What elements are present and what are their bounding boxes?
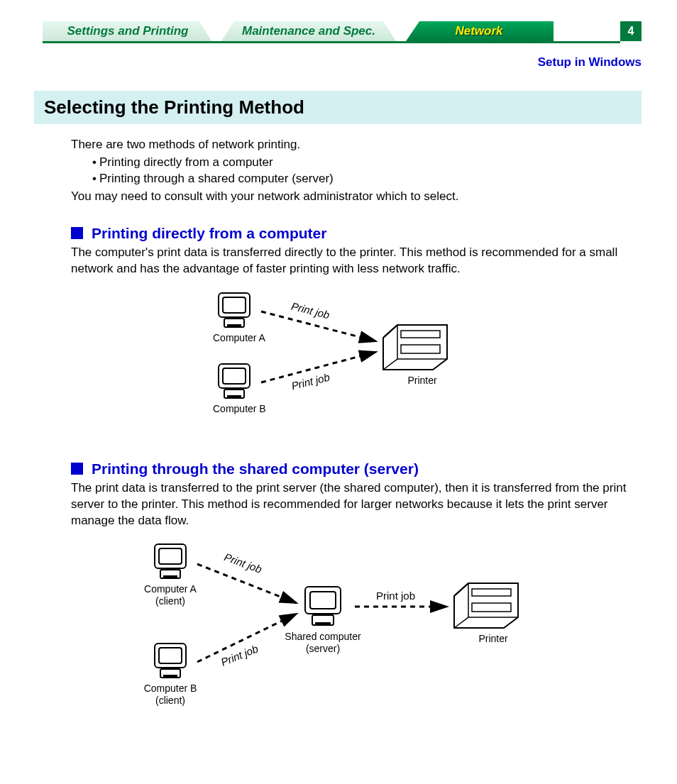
arrows-direct — [71, 285, 610, 441]
section-heading-shared: Printing through the shared computer (se… — [71, 460, 642, 477]
bullet-shared: Printing through a shared computer (serv… — [92, 171, 642, 187]
setup-in-windows-link[interactable]: Setup in Windows — [0, 55, 642, 70]
tab-underline — [43, 41, 620, 43]
page-number: 4 — [620, 21, 642, 41]
section-heading-direct: Printing directly from a computer — [71, 225, 642, 242]
section-heading-text: Printing through the shared computer (se… — [92, 460, 419, 477]
square-bullet-icon — [71, 463, 83, 475]
bullet-direct: Printing directly from a computer — [92, 155, 642, 171]
tab-settings-and-printing[interactable]: Settings and Printing — [43, 21, 213, 43]
diagram-direct: Computer A Computer B Printer — [71, 285, 642, 441]
square-bullet-icon — [71, 227, 83, 239]
intro-bullets: Printing directly from a computer Printi… — [92, 155, 642, 187]
intro-line: There are two methods of network printin… — [71, 137, 642, 153]
tab-maintenance-and-spec[interactable]: Maintenance and Spec. — [220, 21, 397, 43]
intro-tail: You may need to consult with your networ… — [71, 189, 642, 205]
tab-label: Network — [455, 24, 502, 38]
arrows-shared — [71, 536, 610, 734]
section2-body: The print data is transferred to the pri… — [71, 480, 642, 529]
tab-label: Settings and Printing — [67, 24, 189, 38]
section-heading-text: Printing directly from a computer — [92, 225, 326, 241]
print-job-label-server: Print job — [376, 590, 415, 602]
page: Settings and Printing Maintenance and Sp… — [0, 0, 677, 734]
tab-label: Maintenance and Spec. — [242, 24, 375, 38]
page-title: Selecting the Printing Method — [34, 91, 642, 124]
section1-body: The computer's print data is transferred… — [71, 245, 642, 277]
tabs-row: Settings and Printing Maintenance and Sp… — [35, 21, 642, 44]
tab-network[interactable]: Network — [404, 21, 554, 43]
diagram-shared: Computer A (client) Computer B (client) … — [71, 536, 642, 734]
